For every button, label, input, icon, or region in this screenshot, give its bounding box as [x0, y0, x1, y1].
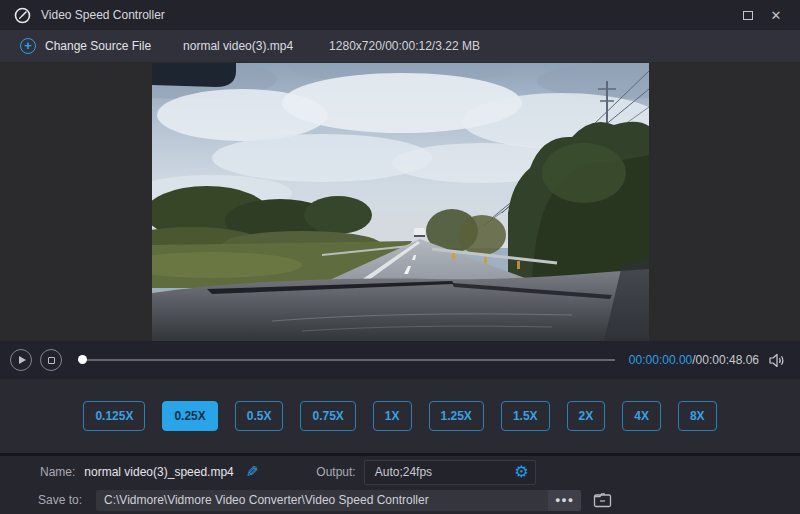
output-settings-gear-icon[interactable]: ⚙ [514, 464, 528, 480]
close-icon: ✕ [771, 9, 782, 22]
current-time: 00:00:00.00 [629, 353, 692, 367]
output-format-value: Auto;24fps [375, 465, 515, 479]
source-file-info: 1280x720/00:00:12/3.22 MB [329, 39, 480, 53]
output-file-name: normal video(3)_speed.mp4 [84, 465, 233, 479]
speed-button-025x-selected[interactable]: 0.25X [162, 401, 217, 431]
close-button[interactable]: ✕ [762, 4, 790, 26]
seek-track[interactable] [78, 359, 615, 361]
speed-button-0125x[interactable]: 0.125X [83, 401, 145, 431]
total-time: /00:00:48.06 [692, 353, 759, 367]
browse-button[interactable]: ●●● [548, 490, 581, 511]
change-source-label: Change Source File [45, 39, 151, 53]
edit-name-icon[interactable]: ✎ [246, 463, 259, 481]
save-to-row: Save to: ●●● [0, 488, 800, 512]
stop-icon [48, 357, 55, 364]
stop-button[interactable] [40, 349, 62, 371]
speed-options-row: 0.125X 0.25X 0.5X 0.75X 1X 1.25X 1.5X 2X… [0, 379, 800, 453]
preview-stage [0, 62, 800, 341]
play-icon [19, 356, 26, 364]
speed-button-05x[interactable]: 0.5X [235, 401, 284, 431]
change-source-button[interactable]: + Change Source File [20, 38, 151, 54]
speed-button-4x[interactable]: 4X [622, 401, 661, 431]
export-panel: Name: normal video(3)_speed.mp4 ✎ Output… [0, 456, 800, 514]
seek-bar[interactable] [78, 350, 615, 370]
maximize-icon [743, 11, 753, 20]
play-button[interactable] [10, 349, 32, 371]
speed-button-075x[interactable]: 0.75X [300, 401, 355, 431]
speedometer-app-icon [14, 7, 31, 24]
save-to-label: Save to: [38, 493, 82, 507]
app-window: Video Speed Controller ✕ + Change Source… [0, 0, 800, 514]
source-file-name: normal video(3).mp4 [183, 39, 293, 53]
window-title: Video Speed Controller [41, 8, 165, 22]
title-bar: Video Speed Controller ✕ [0, 0, 800, 30]
video-preview [152, 63, 649, 341]
speed-button-8x[interactable]: 8X [678, 401, 717, 431]
video-still-road-scene [152, 63, 649, 341]
time-display: 00:00:00.00/00:00:48.06 [629, 353, 759, 367]
speed-button-1x[interactable]: 1X [373, 401, 412, 431]
name-label: Name: [40, 465, 75, 479]
speed-button-15x[interactable]: 1.5X [501, 401, 550, 431]
output-format-field[interactable]: Auto;24fps ⚙ [364, 460, 536, 485]
volume-icon[interactable] [769, 353, 786, 368]
seek-thumb[interactable] [78, 355, 87, 364]
source-toolbar: + Change Source File normal video(3).mp4… [0, 30, 800, 62]
playback-controls: 00:00:00.00/00:00:48.06 [0, 341, 800, 379]
plus-icon: + [20, 38, 36, 54]
name-output-row: Name: normal video(3)_speed.mp4 ✎ Output… [0, 456, 800, 488]
save-path-input[interactable] [96, 490, 548, 511]
open-folder-icon[interactable] [593, 492, 612, 508]
maximize-button[interactable] [734, 4, 762, 26]
speed-button-2x[interactable]: 2X [567, 401, 606, 431]
speed-button-125x[interactable]: 1.25X [429, 401, 484, 431]
output-format-label: Output: [316, 465, 355, 479]
